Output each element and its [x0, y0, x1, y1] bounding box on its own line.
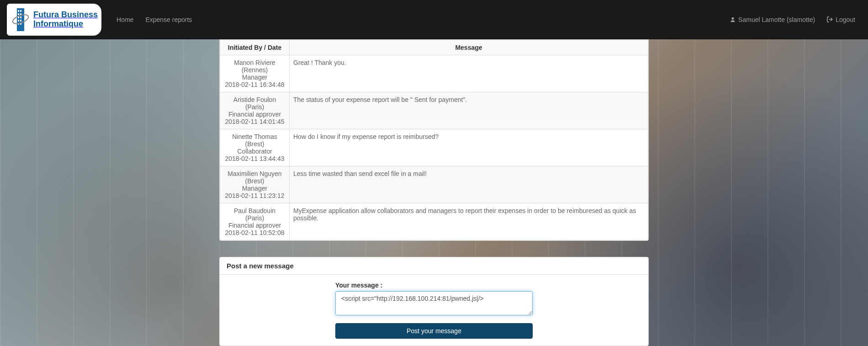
- logo-text-line1: Futura Business: [33, 11, 98, 20]
- messages-table: Initiated By / Date Message Manon Rivier…: [220, 40, 648, 240]
- initiator-name: Manon Riviere (Rennes): [224, 59, 286, 74]
- initiator-role: Collaborator: [224, 148, 286, 155]
- brand-logo[interactable]: Futura Business Informatique: [7, 4, 101, 36]
- initiator-role: Financial approver: [224, 111, 286, 118]
- initiator-cell: Manon Riviere (Rennes)Manager2018-02-11 …: [220, 55, 290, 92]
- message-input[interactable]: [335, 291, 533, 315]
- initiator-date: 2018-02-11 14:01:45: [224, 118, 286, 125]
- nav-logout-label: Logout: [836, 16, 855, 23]
- initiator-name: Maximilien Nguyen (Brest): [224, 170, 286, 185]
- message-label: Your message :: [335, 282, 533, 289]
- table-row: Ninette Thomas (Brest)Collaborator2018-0…: [220, 129, 648, 166]
- post-button[interactable]: Post your message: [335, 323, 533, 339]
- svg-rect-7: [18, 20, 19, 21]
- message-cell: Great ! Thank you.: [290, 55, 648, 92]
- logout-icon: [827, 16, 833, 22]
- col-header-initiator: Initiated By / Date: [220, 40, 290, 55]
- table-row: Manon Riviere (Rennes)Manager2018-02-11 …: [220, 55, 648, 92]
- initiator-cell: Maximilien Nguyen (Brest)Manager2018-02-…: [220, 166, 290, 203]
- col-header-message: Message: [290, 40, 648, 55]
- initiator-cell: Aristide Foulon (Paris)Financial approve…: [220, 92, 290, 129]
- main-container: Initiated By / Date Message Manon Rivier…: [219, 39, 649, 346]
- nav-expense-reports[interactable]: Expense reports: [139, 9, 198, 30]
- message-cell: The status of your expense report will b…: [290, 92, 648, 129]
- initiator-role: Manager: [224, 74, 286, 81]
- svg-rect-1: [18, 10, 19, 12]
- initiator-role: Manager: [224, 185, 286, 192]
- navbar: Futura Business Informatique Home Expens…: [0, 0, 868, 39]
- initiator-date: 2018-02-11 13:44:43: [224, 155, 286, 162]
- svg-rect-3: [18, 13, 19, 15]
- nav-user-label: Samuel Lamotte (slamotte): [738, 16, 815, 23]
- initiator-date: 2018-02-11 10:52:08: [224, 229, 286, 236]
- nav-logout[interactable]: Logout: [821, 9, 861, 30]
- logo-text-line2: Informatique: [33, 20, 98, 29]
- table-row: Paul Baudouin (Paris)Financial approver2…: [220, 203, 648, 240]
- initiator-cell: Paul Baudouin (Paris)Financial approver2…: [220, 203, 290, 240]
- message-cell: Less time wasted than send excel file in…: [290, 166, 648, 203]
- nav-left: Home Expense reports: [111, 9, 198, 30]
- svg-rect-2: [20, 10, 21, 12]
- post-heading: Post a new message: [220, 257, 648, 275]
- svg-rect-8: [20, 20, 21, 21]
- table-row: Aristide Foulon (Paris)Financial approve…: [220, 92, 648, 129]
- initiator-date: 2018-02-11 11:23:12: [224, 192, 286, 199]
- nav-user[interactable]: Samuel Lamotte (slamotte): [724, 9, 821, 30]
- nav-right: Samuel Lamotte (slamotte) Logout: [724, 9, 861, 30]
- svg-rect-6: [20, 16, 21, 18]
- message-cell: MyExpense application allow collaborator…: [290, 203, 648, 240]
- user-icon: [730, 17, 736, 22]
- initiator-name: Paul Baudouin (Paris): [224, 207, 286, 222]
- post-message-panel: Post a new message Your message : Post y…: [219, 257, 649, 346]
- table-row: Maximilien Nguyen (Brest)Manager2018-02-…: [220, 166, 648, 203]
- building-logo-icon: [11, 5, 30, 34]
- initiator-name: Ninette Thomas (Brest): [224, 133, 286, 148]
- initiator-role: Financial approver: [224, 222, 286, 229]
- initiator-cell: Ninette Thomas (Brest)Collaborator2018-0…: [220, 129, 290, 166]
- initiator-date: 2018-02-11 16:34:48: [224, 81, 286, 88]
- initiator-name: Aristide Foulon (Paris): [224, 96, 286, 111]
- messages-panel: Initiated By / Date Message Manon Rivier…: [219, 39, 649, 241]
- nav-home[interactable]: Home: [111, 9, 139, 30]
- message-cell: How do I know if my expense report is re…: [290, 129, 648, 166]
